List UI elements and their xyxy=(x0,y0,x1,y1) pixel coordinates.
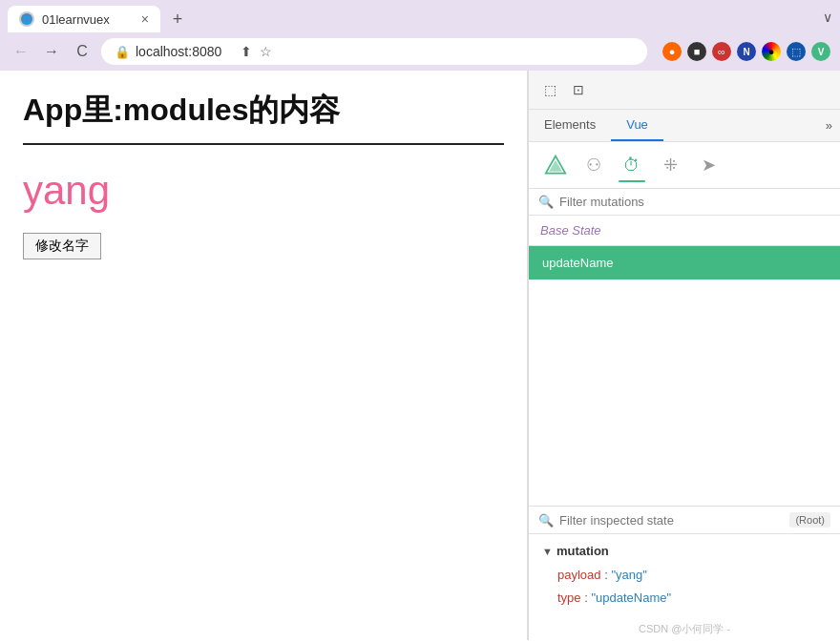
filter-mutations-bar: 🔍 xyxy=(529,189,840,216)
browser-tab[interactable]: 🌐 01learnvuex × xyxy=(8,6,160,32)
routing-icon[interactable]: ➤ xyxy=(691,148,725,182)
page-content: App里:modules的内容 yang 修改名字 xyxy=(0,71,528,640)
devtools-panel: ⬚ ⊡ Elements Vue » xyxy=(528,71,840,640)
mutation-item[interactable]: updateName xyxy=(529,246,840,280)
share-icon[interactable]: ⬆ xyxy=(241,44,252,59)
secure-icon: 🔒 xyxy=(115,45,130,59)
ext-icon-1[interactable]: ● xyxy=(662,42,682,61)
state-content: ▼ mutation payload : "yang" type : "upda… xyxy=(529,534,840,618)
mutations-section: 🔍 Base State updateName xyxy=(529,189,840,506)
inspect-element-button[interactable]: ⬚ xyxy=(536,76,563,103)
back-button[interactable]: ← xyxy=(10,40,32,63)
address-bar: ← → C 🔒 localhost:8080 ⬆ ☆ ● ■ ∞ N ● ⬚ V xyxy=(0,32,840,71)
bookmark-icon[interactable]: ☆ xyxy=(260,44,272,59)
tab-bar-more[interactable]: ∨ xyxy=(823,10,832,29)
vue-nav-bar: ⚇ ⏱ ⁜ ➤ xyxy=(529,142,840,189)
tab-elements[interactable]: Elements xyxy=(529,110,611,141)
browser-chrome: 🌐 01learnvuex × + ∨ ← → C 🔒 localhost:80… xyxy=(0,0,840,71)
forward-button[interactable]: → xyxy=(40,40,63,63)
events-icon[interactable]: ⁜ xyxy=(653,148,687,182)
inspect-icon: ⬚ xyxy=(544,82,556,97)
vue-devtools: ⚇ ⏱ ⁜ ➤ 🔍 xyxy=(529,142,840,640)
ext-icon-5[interactable]: ● xyxy=(762,42,781,61)
page-title: App里:modules的内容 xyxy=(23,90,504,132)
component-tree-icon[interactable]: ⚇ xyxy=(577,148,611,182)
tab-vue[interactable]: Vue xyxy=(611,110,663,141)
timeline-icon[interactable]: ⏱ xyxy=(615,148,649,182)
device-icon: ⊡ xyxy=(573,82,584,97)
devtools-tabs: Elements Vue » xyxy=(529,110,840,142)
base-state-label: Base State xyxy=(529,216,840,246)
collapse-arrow[interactable]: ▼ xyxy=(542,546,553,557)
main-area: App里:modules的内容 yang 修改名字 ⬚ ⊡ Elements V… xyxy=(0,71,840,640)
yang-value: yang xyxy=(23,168,504,214)
property-key-type: type xyxy=(557,590,581,605)
state-section-title: ▼ mutation xyxy=(542,544,827,558)
property-value-type: "updateName" xyxy=(591,590,671,605)
ext-icon-6[interactable]: ⬚ xyxy=(787,42,806,61)
refresh-button[interactable]: C xyxy=(71,40,94,63)
tab-bar: 🌐 01learnvuex × + ∨ xyxy=(0,0,840,32)
more-tabs-button[interactable]: » xyxy=(818,111,840,140)
devtools-toolbar: ⬚ ⊡ xyxy=(529,71,840,110)
filter-mutations-input[interactable] xyxy=(559,195,830,209)
modify-name-button[interactable]: 修改名字 xyxy=(23,233,101,259)
tab-title: 01learnvuex xyxy=(42,12,134,27)
state-property-row-1: payload : "yang" xyxy=(557,564,827,586)
svg-marker-3 xyxy=(549,160,562,172)
state-properties: payload : "yang" type : "updateName" xyxy=(542,564,827,609)
state-inspector: 🔍 (Root) ▼ mutation payload : "yang" xyxy=(529,506,840,640)
svg-text:🌐: 🌐 xyxy=(22,15,32,25)
mutations-spacer xyxy=(529,280,840,506)
address-text: localhost:8080 xyxy=(136,44,221,59)
ext-icon-7[interactable]: V xyxy=(811,42,830,61)
address-input[interactable]: 🔒 localhost:8080 ⬆ ☆ xyxy=(101,38,647,65)
vue-components-icon[interactable] xyxy=(538,148,573,182)
page-divider xyxy=(23,143,504,145)
tab-favicon: 🌐 xyxy=(19,11,34,27)
ext-icon-3[interactable]: ∞ xyxy=(712,42,731,61)
property-key-payload: payload xyxy=(557,568,601,582)
extension-icons: ● ■ ∞ N ● ⬚ V xyxy=(662,42,830,61)
tab-close-button[interactable]: × xyxy=(141,12,149,26)
root-badge: (Root) xyxy=(789,512,830,528)
address-bar-actions: ⬆ ☆ xyxy=(233,44,272,59)
device-toggle-button[interactable]: ⊡ xyxy=(565,76,592,103)
state-search-icon: 🔍 xyxy=(538,513,554,528)
ext-icon-4[interactable]: N xyxy=(737,42,756,61)
filter-search-icon: 🔍 xyxy=(538,195,554,209)
watermark: CSDN @小何同学 - xyxy=(529,618,840,640)
property-value-payload: "yang" xyxy=(611,568,646,582)
filter-state-bar: 🔍 (Root) xyxy=(529,507,840,534)
new-tab-button[interactable]: + xyxy=(164,6,191,32)
state-property-row-2: type : "updateName" xyxy=(557,587,827,609)
filter-state-input[interactable] xyxy=(559,513,784,528)
ext-icon-2[interactable]: ■ xyxy=(687,42,706,61)
